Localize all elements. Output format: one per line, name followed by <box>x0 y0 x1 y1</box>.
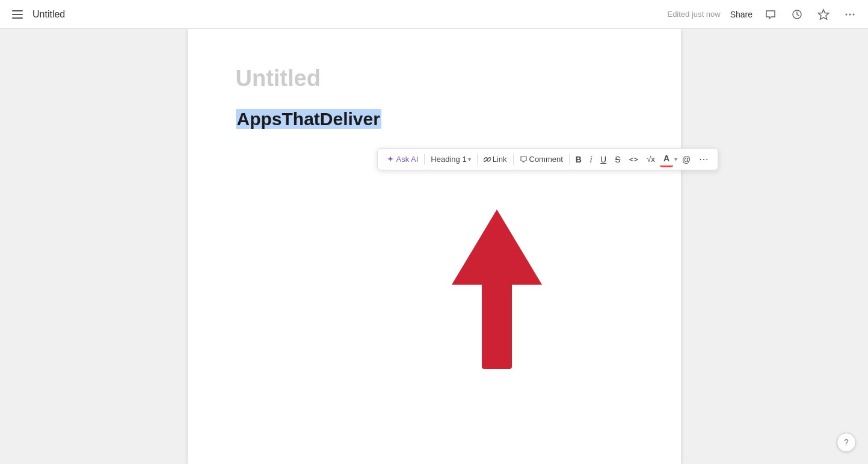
svg-point-4 <box>853 13 855 15</box>
more-toolbar-button[interactable]: ··· <box>695 152 712 167</box>
comment-label: Comment <box>529 155 563 164</box>
svg-point-3 <box>849 13 851 15</box>
comment-toolbar-icon <box>520 155 528 163</box>
underline-button[interactable]: U <box>597 152 610 167</box>
document-page[interactable]: Untitled Ask AI Heading 1 ▾ <box>188 29 681 464</box>
topbar-right: Edited just now Share <box>667 6 858 23</box>
red-arrow-annotation <box>449 206 545 371</box>
svg-marker-1 <box>819 10 829 19</box>
mention-button[interactable]: @ <box>679 152 694 167</box>
italic-button[interactable]: i <box>586 152 596 167</box>
sparkle-icon <box>386 155 395 164</box>
svg-rect-5 <box>482 279 512 369</box>
comment-button[interactable]: Comment <box>516 152 567 166</box>
heading-text[interactable]: AppsThatDeliver <box>236 107 381 131</box>
ask-ai-label: Ask AI <box>396 155 419 164</box>
math-button[interactable]: √x <box>643 152 659 166</box>
ask-ai-button[interactable]: Ask AI <box>383 152 422 166</box>
toolbar-divider-1 <box>424 154 425 165</box>
link-icon <box>484 156 491 163</box>
help-button[interactable]: ? <box>837 433 856 452</box>
svg-marker-6 <box>452 209 542 285</box>
bold-button[interactable]: B <box>572 152 585 167</box>
color-chevron-icon[interactable]: ▾ <box>674 156 677 162</box>
link-button[interactable]: Link <box>480 152 511 166</box>
topbar: Untitled Edited just now Share <box>0 0 868 29</box>
history-icon[interactable] <box>789 6 805 23</box>
more-options-icon[interactable] <box>842 6 858 23</box>
toolbar-divider-4 <box>569 154 570 165</box>
selected-heading-text: AppsThatDeliver <box>236 109 381 129</box>
comment-icon[interactable] <box>762 6 779 23</box>
toolbar-divider-2 <box>477 154 478 165</box>
editor-area: Untitled Ask AI Heading 1 ▾ <box>0 29 868 464</box>
toolbar-divider-3 <box>513 154 514 165</box>
heading-dropdown-button[interactable]: Heading 1 ▾ <box>427 152 474 166</box>
svg-point-2 <box>846 13 848 15</box>
chevron-down-icon: ▾ <box>468 156 471 162</box>
text-color-button[interactable]: A <box>660 151 673 167</box>
strikethrough-button[interactable]: S <box>611 152 624 167</box>
document-title[interactable]: Untitled <box>32 9 65 20</box>
share-button[interactable]: Share <box>730 10 753 19</box>
floating-toolbar: Ask AI Heading 1 ▾ Link <box>377 148 718 170</box>
code-button[interactable]: <> <box>626 152 642 166</box>
heading-dropdown-label: Heading 1 <box>431 155 466 164</box>
heading-block[interactable]: AppsThatDeliver <box>236 107 633 131</box>
doc-title-placeholder[interactable]: Untitled <box>236 65 633 93</box>
topbar-left: Untitled <box>10 8 667 21</box>
link-label: Link <box>493 155 507 164</box>
edited-status: Edited just now <box>667 10 720 19</box>
hamburger-menu-icon[interactable] <box>10 8 25 21</box>
star-icon[interactable] <box>815 6 832 23</box>
